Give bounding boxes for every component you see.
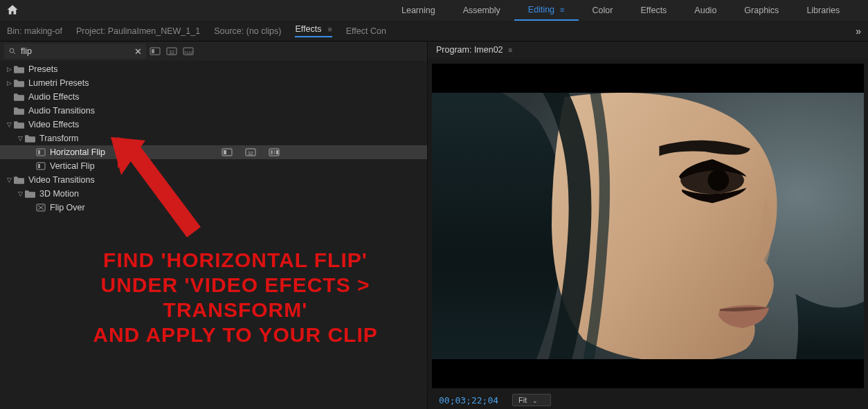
svg-point-25: [707, 170, 729, 191]
svg-point-0: [10, 48, 14, 53]
workspace-tab-be[interactable]: BE: [853, 0, 868, 21]
main-split: ✕ 32 YUV ▷Presets▷Lumetri PresetsAudio E…: [0, 42, 868, 409]
tree-row[interactable]: ▽Transform: [0, 131, 427, 145]
tree-row[interactable]: Vertical Flip: [0, 159, 427, 173]
tree-row[interactable]: ▽Video Effects: [0, 118, 427, 131]
tree-row-label: Video Transitions: [28, 175, 95, 185]
program-controls: 00;03;22;04 Fit⌄: [432, 391, 864, 409]
app-topbar: LearningAssemblyEditing≡ColorEffectsAudi…: [0, 0, 868, 21]
tab-project[interactable]: Project: PaulinaImen_NEW_1_1: [76, 26, 200, 36]
search-input-wrap: ✕: [4, 44, 146, 59]
workspace-tab-effects[interactable]: Effects: [626, 0, 680, 21]
twisty-icon[interactable]: ▽: [6, 121, 12, 128]
effects-panel: ✕ 32 YUV ▷Presets▷Lumetri PresetsAudio E…: [0, 42, 428, 409]
panel-tabs-row: Bin: making-of Project: PaulinaImen_NEW_…: [0, 21, 868, 42]
program-panel: Program: Imen02 ≡: [428, 42, 868, 409]
tree-row[interactable]: Audio Effects: [0, 90, 427, 104]
twisty-icon[interactable]: ▽: [17, 190, 24, 197]
svg-text:32: 32: [248, 151, 253, 156]
annotation-line-3: and apply to your clip: [62, 322, 408, 347]
monitor-frame-image: [432, 93, 864, 359]
yuv-effects-icon[interactable]: YUV: [182, 46, 196, 57]
svg-rect-8: [37, 149, 45, 156]
svg-rect-19: [38, 164, 40, 168]
tree-row[interactable]: ▷Lumetri Presets: [0, 76, 427, 90]
svg-rect-17: [276, 150, 278, 154]
tab-bin[interactable]: Bin: making-of: [7, 26, 62, 36]
clear-search-icon[interactable]: ✕: [134, 46, 142, 57]
program-monitor[interactable]: [432, 64, 864, 388]
workspace-tab-graphics[interactable]: Graphics: [730, 0, 793, 21]
workspace-tab-audio[interactable]: Audio: [680, 0, 730, 21]
svg-rect-15: [271, 150, 273, 154]
effects-tree: ▷Presets▷Lumetri PresetsAudio EffectsAud…: [0, 61, 427, 216]
tree-row-label: Flip Over: [50, 203, 85, 212]
effects-toolbar: ✕ 32 YUV: [0, 42, 427, 61]
tab-effects[interactable]: Effects ≡: [295, 24, 332, 37]
svg-rect-16: [273, 150, 275, 154]
tree-row-label: Horizontal Flip: [50, 147, 105, 157]
zoom-fit-select[interactable]: Fit⌄: [512, 394, 551, 406]
annotation-line-2: under 'Video Efects > Transform': [62, 273, 408, 322]
tree-row-label: Lumetri Presets: [28, 78, 89, 88]
svg-rect-11: [224, 150, 226, 154]
chevron-right-icon[interactable]: »: [856, 26, 861, 37]
workspace-tab-color[interactable]: Color: [579, 0, 627, 21]
tree-row-label: 3D Motion: [39, 189, 79, 199]
effect-badges: 32: [221, 147, 281, 157]
tab-effect-controls[interactable]: Effect Con: [346, 26, 386, 36]
workspace-tab-learning[interactable]: Learning: [388, 0, 449, 21]
workspace-menu-icon[interactable]: ≡: [560, 6, 564, 14]
program-header: Program: Imen02 ≡: [428, 42, 868, 58]
tree-row-label: Audio Effects: [28, 92, 79, 102]
twisty-icon[interactable]: ▷: [6, 80, 12, 87]
chevron-down-icon: ⌄: [532, 397, 538, 404]
tree-row-label: Video Effects: [28, 120, 79, 129]
svg-text:32: 32: [169, 50, 174, 55]
svg-rect-3: [152, 49, 154, 53]
workspace-tabs: LearningAssemblyEditing≡ColorEffectsAudi…: [388, 0, 868, 21]
tab-source[interactable]: Source: (no clips): [214, 26, 281, 36]
svg-rect-18: [37, 163, 45, 170]
timecode[interactable]: 00;03;22;04: [439, 395, 498, 406]
svg-rect-9: [38, 150, 40, 154]
workspace-tab-assembly[interactable]: Assembly: [449, 0, 514, 21]
home-icon[interactable]: [6, 3, 19, 18]
tree-row-label: Vertical Flip: [50, 161, 95, 171]
annotation-line-1: Find 'Horizontal Flip': [62, 248, 408, 273]
tab-effects-label: Effects: [295, 24, 321, 34]
tree-row[interactable]: ▽Video Transitions: [0, 173, 427, 187]
workspace-tab-libraries[interactable]: Libraries: [793, 0, 853, 21]
svg-text:YUV: YUV: [184, 51, 192, 55]
fit-label: Fit: [518, 396, 527, 404]
search-input[interactable]: [21, 46, 118, 56]
tree-row[interactable]: ▽3D Motion: [0, 187, 427, 201]
svg-line-1: [13, 52, 15, 54]
workspace-tab-editing[interactable]: Editing≡: [514, 0, 579, 21]
twisty-icon[interactable]: ▽: [6, 176, 12, 183]
tree-row-label: Presets: [28, 64, 57, 74]
panel-menu-icon[interactable]: ≡: [328, 26, 332, 33]
program-menu-icon[interactable]: ≡: [509, 46, 513, 54]
tree-row[interactable]: Flip Over: [0, 201, 427, 215]
tree-row[interactable]: ▷Presets: [0, 62, 427, 76]
tree-row[interactable]: Horizontal Flip32: [0, 145, 427, 159]
tree-row-label: Transform: [39, 134, 79, 143]
search-icon: [8, 47, 17, 55]
tree-row[interactable]: Audio Transitions: [0, 104, 427, 118]
twisty-icon[interactable]: ▷: [6, 66, 12, 73]
program-title: Program: Imen02: [436, 45, 503, 55]
32bit-effects-icon[interactable]: 32: [165, 46, 179, 57]
tree-row-label: Audio Transitions: [28, 106, 95, 116]
twisty-icon[interactable]: ▽: [17, 135, 24, 142]
accelerated-effects-icon[interactable]: [149, 46, 163, 57]
